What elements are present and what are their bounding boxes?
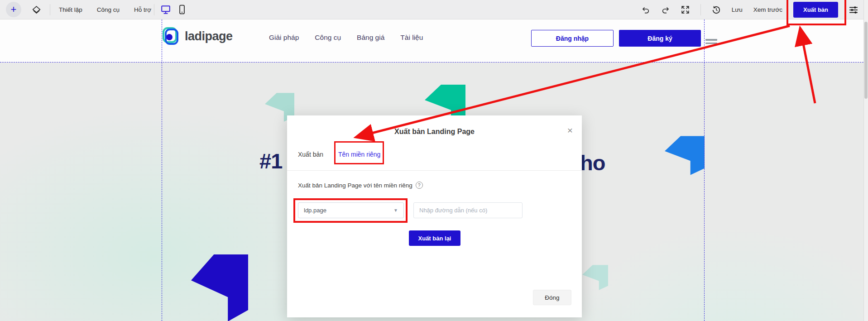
ladipage-editor: #1 ho ladipage Giải pháp Công cụ Bảng gi…	[0, 0, 868, 321]
ladipage-logo-icon	[162, 27, 180, 45]
republish-button[interactable]: Xuất bản lại	[409, 230, 460, 246]
undo-icon[interactable]	[641, 6, 650, 14]
page-guide-right	[704, 19, 705, 321]
add-element-button[interactable]: +	[6, 2, 21, 17]
domain-select[interactable]: ldp.page ▼	[298, 202, 404, 218]
close-modal-button[interactable]: Đóng	[533, 290, 571, 305]
blue-arrow-shape	[665, 136, 705, 175]
desktop-icon[interactable]	[161, 5, 171, 14]
nav-item-giai-phap[interactable]: Giải pháp	[269, 34, 299, 42]
toolbar-separator	[50, 4, 50, 15]
domain-select-value: ldp.page	[304, 207, 326, 214]
signup-button[interactable]: Đăng ký	[619, 30, 701, 47]
section-guide-horizontal	[0, 62, 868, 62]
navy-arrow-shape	[191, 254, 248, 321]
hero-heading-fragment-left: #1	[259, 149, 282, 173]
toolbar-separator	[154, 4, 154, 15]
history-icon[interactable]	[712, 5, 721, 14]
path-input[interactable]	[413, 202, 523, 218]
mint-arrow-small-shape	[582, 265, 608, 290]
modal-title: Xuất bản Landing Page	[287, 128, 582, 136]
sliders-icon[interactable]	[849, 5, 858, 14]
scrollbar[interactable]	[863, 0, 868, 321]
logo-text: ladipage	[185, 29, 233, 43]
save-button[interactable]: Lưu	[732, 6, 743, 13]
login-button[interactable]: Đăng nhập	[531, 30, 614, 47]
ladipage-logo[interactable]: ladipage	[162, 27, 233, 45]
hamburger-menu-icon[interactable]	[705, 39, 717, 46]
layers-icon[interactable]	[32, 5, 41, 14]
domain-section-label: Xuất bản Landing Page với tên miền riêng…	[298, 182, 423, 189]
close-icon[interactable]: ×	[567, 125, 573, 135]
modal-divider	[287, 170, 582, 171]
toolbar-menu: Thiết lập Công cụ Hỗ trợ	[59, 0, 151, 19]
mobile-icon[interactable]	[178, 5, 186, 14]
template-nav: Giải pháp Công cụ Bảng giá Tài liệu	[269, 29, 423, 46]
redo-icon[interactable]	[661, 6, 670, 14]
nav-item-tai-lieu[interactable]: Tài liệu	[400, 34, 423, 42]
scrollbar-thumb[interactable]	[864, 22, 868, 99]
menu-ho-tro[interactable]: Hỗ trợ	[134, 6, 151, 13]
hero-heading-fragment-right: ho	[580, 150, 605, 175]
publish-button[interactable]: Xuất bản	[793, 2, 838, 18]
menu-thiet-lap[interactable]: Thiết lập	[59, 6, 82, 13]
template-header-band	[0, 19, 868, 62]
chevron-down-icon: ▼	[393, 208, 398, 213]
publish-modal: Xuất bản Landing Page × Xuất bản Tên miề…	[287, 115, 582, 317]
domain-label-text: Xuất bản Landing Page với tên miền riêng	[298, 182, 412, 189]
preview-button[interactable]: Xem trước	[753, 6, 782, 13]
help-icon[interactable]: ?	[416, 182, 423, 189]
toolbar-right-group: Lưu Xem trước Xuất bản	[641, 0, 858, 19]
fullscreen-icon[interactable]	[681, 5, 690, 14]
tab-ten-mien-rieng[interactable]: Tên miền riêng	[338, 151, 380, 158]
nav-item-cong-cu[interactable]: Công cụ	[315, 34, 341, 42]
editor-toolbar: + Thiết lập Công cụ Hỗ trợ	[0, 0, 868, 19]
nav-item-bang-gia[interactable]: Bảng giá	[357, 34, 384, 42]
page-guide-left	[162, 19, 162, 321]
toolbar-separator	[700, 4, 701, 15]
menu-cong-cu[interactable]: Công cụ	[97, 6, 120, 13]
tab-xuat-ban[interactable]: Xuất bản	[298, 151, 323, 158]
